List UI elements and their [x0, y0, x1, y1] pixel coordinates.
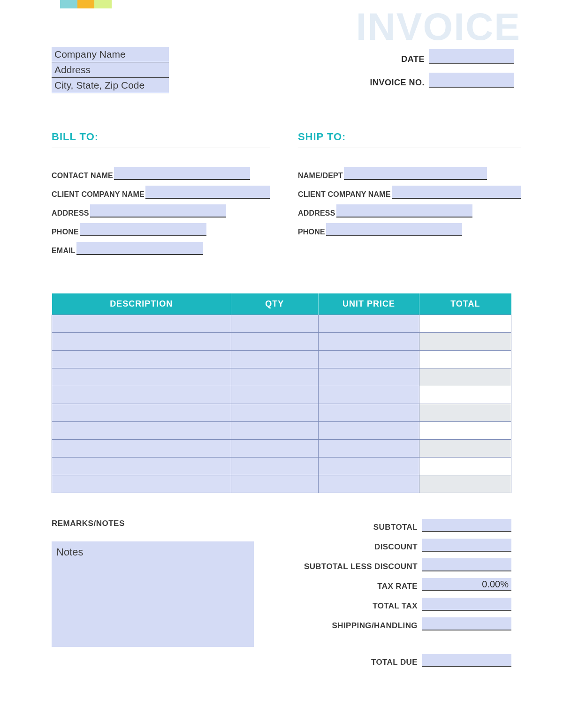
bottom-section: REMARKS/NOTES Notes SUBTOTAL DISCOUNT SU…: [52, 519, 511, 674]
totals-side: SUBTOTAL DISCOUNT SUBTOTAL LESS DISCOUNT…: [282, 519, 511, 674]
th-total: TOTAL: [419, 293, 511, 315]
table-row: [52, 333, 511, 351]
table-row: [52, 458, 511, 475]
sub-less-disc-label: SUBTOTAL LESS DISCOUNT: [304, 562, 418, 571]
tax-rate-field[interactable]: 0.00%: [422, 578, 511, 591]
cell-total[interactable]: [419, 333, 511, 351]
cell-qty[interactable]: [231, 351, 318, 368]
cell-description[interactable]: [52, 315, 231, 333]
cell-total[interactable]: [419, 351, 511, 368]
cell-description[interactable]: [52, 351, 231, 368]
ship-address-field[interactable]: [336, 204, 472, 218]
bill-email-label: EMAIL: [52, 247, 76, 255]
cell-unit_price[interactable]: [318, 315, 419, 333]
cell-qty[interactable]: [231, 315, 318, 333]
cell-qty[interactable]: [231, 440, 318, 458]
table-row: [52, 404, 511, 422]
table-row: [52, 440, 511, 458]
shipping-field[interactable]: [422, 617, 511, 630]
table-row: [52, 422, 511, 440]
cell-total[interactable]: [419, 404, 511, 422]
cell-qty[interactable]: [231, 386, 318, 404]
bill-to-column: BILL TO: CONTACT NAME CLIENT COMPANY NAM…: [52, 131, 270, 261]
bill-company-label: CLIENT COMPANY NAME: [52, 190, 145, 199]
ship-company-label: CLIENT COMPANY NAME: [298, 190, 392, 199]
bill-email-field[interactable]: [76, 242, 203, 255]
notes-box[interactable]: Notes: [52, 541, 254, 647]
company-name-field[interactable]: Company Name: [52, 47, 169, 62]
invoice-no-field[interactable]: [429, 73, 514, 88]
cell-total[interactable]: [419, 475, 511, 493]
total-due-field[interactable]: [422, 654, 511, 667]
invoice-no-label: INVOICE NO.: [370, 78, 425, 88]
table-row: [52, 368, 511, 386]
document-title: INVOICE: [356, 5, 521, 49]
cell-unit_price[interactable]: [318, 475, 419, 493]
cell-unit_price[interactable]: [318, 440, 419, 458]
sub-less-disc-field[interactable]: [422, 558, 511, 571]
cell-qty[interactable]: [231, 333, 318, 351]
cell-total[interactable]: [419, 440, 511, 458]
cell-total[interactable]: [419, 368, 511, 386]
cell-unit_price[interactable]: [318, 333, 419, 351]
line-items-table: DESCRIPTION QTY UNIT PRICE TOTAL: [52, 293, 511, 493]
company-city-field[interactable]: City, State, Zip Code: [52, 78, 169, 93]
cell-unit_price[interactable]: [318, 386, 419, 404]
table-row: [52, 351, 511, 368]
tax-rate-label: TAX RATE: [377, 582, 418, 591]
subtotal-label: SUBTOTAL: [373, 523, 418, 532]
company-block: Company Name Address City, State, Zip Co…: [52, 47, 169, 93]
bill-address-field[interactable]: [90, 204, 226, 218]
address-section: BILL TO: CONTACT NAME CLIENT COMPANY NAM…: [52, 131, 511, 261]
ship-phone-label: PHONE: [298, 228, 326, 236]
date-field[interactable]: [429, 49, 514, 64]
ship-to-column: SHIP TO: NAME/DEPT CLIENT COMPANY NAME A…: [298, 131, 521, 261]
cell-description[interactable]: [52, 422, 231, 440]
discount-label: DISCOUNT: [374, 542, 418, 552]
bill-contact-field[interactable]: [114, 167, 250, 180]
cell-qty[interactable]: [231, 422, 318, 440]
company-address-field[interactable]: Address: [52, 62, 169, 78]
cell-description[interactable]: [52, 458, 231, 475]
ship-phone-field[interactable]: [326, 223, 462, 236]
cell-description[interactable]: [52, 368, 231, 386]
notes-side: REMARKS/NOTES Notes: [52, 519, 254, 674]
cell-qty[interactable]: [231, 458, 318, 475]
cell-total[interactable]: [419, 458, 511, 475]
ship-to-title: SHIP TO:: [298, 131, 521, 148]
cell-description[interactable]: [52, 440, 231, 458]
cell-unit_price[interactable]: [318, 404, 419, 422]
date-label: DATE: [401, 54, 425, 64]
cell-description[interactable]: [52, 475, 231, 493]
bill-phone-label: PHONE: [52, 228, 80, 236]
total-tax-field[interactable]: [422, 598, 511, 611]
cell-unit_price[interactable]: [318, 422, 419, 440]
cell-qty[interactable]: [231, 475, 318, 493]
invoice-page: INVOICE Company Name Address City, State…: [0, 0, 563, 728]
cell-description[interactable]: [52, 333, 231, 351]
shipping-label: SHIPPING/HANDLING: [332, 621, 418, 630]
cell-qty[interactable]: [231, 404, 318, 422]
discount-field[interactable]: [422, 539, 511, 552]
ship-name-field[interactable]: [344, 167, 487, 180]
meta-block: DATE INVOICE NO.: [335, 49, 514, 96]
th-qty: QTY: [231, 293, 318, 315]
bill-company-field[interactable]: [145, 186, 270, 199]
cell-description[interactable]: [52, 386, 231, 404]
cell-total[interactable]: [419, 315, 511, 333]
subtotal-field[interactable]: [422, 519, 511, 532]
bill-phone-field[interactable]: [80, 223, 206, 236]
cell-unit_price[interactable]: [318, 368, 419, 386]
cell-total[interactable]: [419, 386, 511, 404]
cell-description[interactable]: [52, 404, 231, 422]
cell-unit_price[interactable]: [318, 458, 419, 475]
cell-total[interactable]: [419, 422, 511, 440]
bill-to-title: BILL TO:: [52, 131, 270, 148]
table-row: [52, 475, 511, 493]
ship-name-label: NAME/DEPT: [298, 172, 344, 180]
cell-qty[interactable]: [231, 368, 318, 386]
cell-unit_price[interactable]: [318, 351, 419, 368]
th-description: DESCRIPTION: [52, 293, 231, 315]
total-due-label: TOTAL DUE: [371, 658, 418, 667]
ship-company-field[interactable]: [392, 186, 521, 199]
